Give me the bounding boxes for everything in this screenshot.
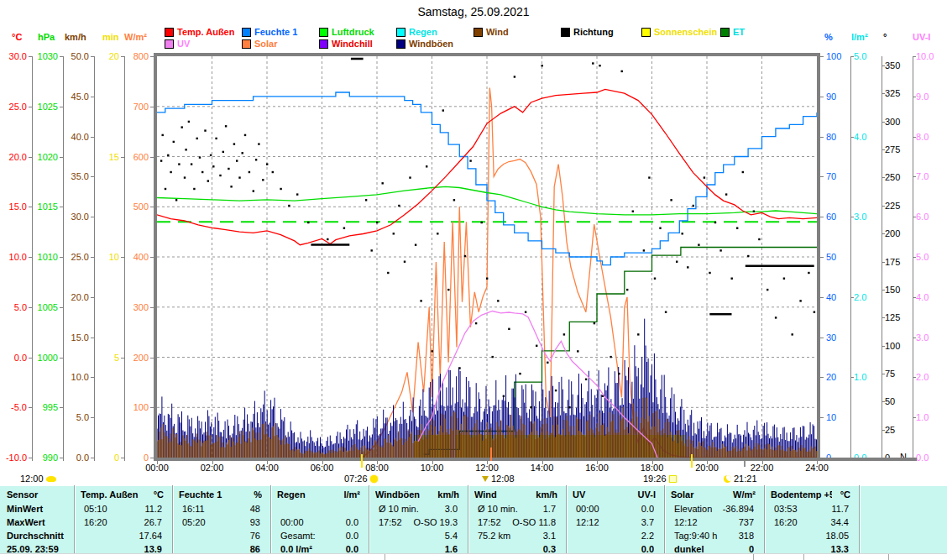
legend-swatch <box>165 39 174 49</box>
table-row-label: MaxWert <box>7 516 71 529</box>
axis-tick <box>91 417 94 418</box>
axis-tick <box>820 297 824 298</box>
sun-marker-label: 12:08 <box>491 474 515 484</box>
axis-tick-label: 70 <box>826 171 850 181</box>
axis-tick-label: 100 <box>120 402 149 412</box>
axis-unit-hPa: hPa <box>38 32 55 42</box>
axis-tick-label: 80 <box>826 132 850 142</box>
axis-tick-label: 1000 <box>30 353 58 363</box>
axis-tick-label: 4.0 <box>916 292 941 302</box>
x-axis-tick <box>432 461 433 464</box>
axis-tick-label: 10 <box>92 252 119 262</box>
table-cell-value: 0.0 <box>573 503 654 516</box>
axis-tick-label: 800 <box>120 51 149 61</box>
corner-time-label: 12:00 <box>20 474 44 484</box>
x-axis-tick <box>212 461 213 464</box>
legend-label: Temp. Außen <box>177 27 234 37</box>
axis-tick <box>913 257 916 258</box>
axis-tick <box>820 377 824 378</box>
axis-tick <box>91 137 94 138</box>
axis-tick <box>820 176 824 177</box>
axis-line <box>850 56 851 461</box>
axis-tick-label: 30.0 <box>0 51 27 61</box>
axis-tick-label: 300 <box>120 302 149 312</box>
axis-tick <box>882 262 885 263</box>
moon-icon <box>724 475 731 483</box>
axis-tick-label: 50 <box>826 252 850 262</box>
table-cell-value: 93 <box>179 516 260 529</box>
axis-unit-Wm: W/m² <box>124 32 147 42</box>
table-cell-value: 318 <box>671 530 754 542</box>
table-separator <box>468 485 468 553</box>
legend-label: Solar <box>254 39 278 49</box>
axis-tick-label: 5.0 <box>854 51 877 61</box>
legend-label: ET <box>733 27 745 37</box>
axis-tick <box>882 374 885 374</box>
axis-tick-label: 100 <box>826 51 850 61</box>
legend-label: Regen <box>409 27 437 37</box>
table-cell-value: O-SO 19.3 <box>375 516 458 529</box>
axis-tick-label: 400 <box>120 252 149 262</box>
axis-tick-label: 15 <box>92 152 119 162</box>
axis-tick-label: 25 <box>885 425 908 435</box>
axis-tick-label: 8.0 <box>916 132 941 142</box>
axis-tick <box>91 97 94 97</box>
legend-label: Luftdruck <box>332 27 374 37</box>
axis-unit-kmh: km/h <box>65 32 86 42</box>
x-axis-tick <box>377 461 378 464</box>
axis-tick-label: 0.0 <box>0 353 27 363</box>
axis-tick-label: 175 <box>885 257 908 267</box>
axis-tick-label: 10 <box>826 412 850 422</box>
x-axis-extension <box>820 458 917 461</box>
table-cell-value: 1.7 <box>474 503 556 516</box>
legend-swatch <box>319 28 328 37</box>
axis-tick-label: 30 <box>826 332 850 343</box>
table-cell-value: 737 <box>671 516 754 529</box>
axis-tick <box>882 149 885 150</box>
axis-tick-label: 10.0 <box>916 51 941 61</box>
sun-marker-label: 21:21 <box>734 474 757 484</box>
page-title: Samstag, 25.09.2021 <box>0 5 947 18</box>
table-cell-value: 3.7 <box>573 516 654 529</box>
table-cell-value: 48 <box>179 503 260 516</box>
axis-tick-label: 1.0 <box>854 372 877 382</box>
table-col-unit: % <box>232 489 262 501</box>
axis-tick-label: 2.0 <box>916 372 941 382</box>
axis-tick-label: 20.0 <box>60 292 89 302</box>
legend-label: Windchill <box>332 39 373 49</box>
axis-tick <box>882 317 885 318</box>
axis-tick-label: 1010 <box>30 252 58 262</box>
table-separator <box>74 485 75 553</box>
axis-tick <box>882 206 885 207</box>
axis-tick <box>913 97 916 97</box>
axis-tick <box>60 207 63 207</box>
axis-tick <box>820 97 824 97</box>
moon-time-corner: 12:00 <box>20 474 56 484</box>
axis-tick <box>882 346 885 347</box>
axis-tick <box>60 407 63 408</box>
axis-tick-label: 1025 <box>30 102 58 112</box>
legend-swatch <box>319 39 328 49</box>
sun-marker-21-21: 21:21 <box>724 474 757 484</box>
axis-tick-label: 3.0 <box>916 332 941 343</box>
table-cell-value: 18.05 <box>771 530 849 542</box>
x-axis-tick <box>817 461 818 464</box>
x-axis-tick <box>707 461 708 464</box>
axis-line <box>882 56 882 461</box>
table-row-label: Sensor <box>7 489 71 501</box>
table-separator <box>172 485 173 553</box>
axis-tick <box>913 417 916 418</box>
table-cell-value: 26.7 <box>81 516 162 529</box>
table-cell-value: 0.0 <box>277 530 358 542</box>
table-separator <box>270 485 271 553</box>
axis-tick-label: 25.0 <box>60 252 89 262</box>
table-cell-value: O-SO 11.8 <box>474 516 556 529</box>
legend-item-uv: UV <box>165 39 190 49</box>
axis-tick <box>820 417 824 418</box>
axis-tick-label: 0.0 <box>916 453 941 463</box>
table-cell-value: 2.2 <box>573 530 654 542</box>
axis-tick <box>60 358 63 359</box>
event-tick <box>361 454 363 468</box>
axis-tick-label: 600 <box>120 152 149 162</box>
legend-label: Wind <box>486 27 509 37</box>
